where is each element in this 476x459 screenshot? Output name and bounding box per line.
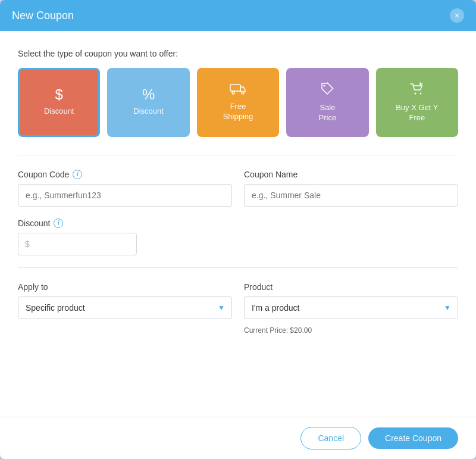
percent-icon: % (142, 88, 155, 102)
close-button[interactable]: × (450, 8, 464, 23)
modal-title: New Coupon (12, 10, 74, 22)
form-row-2: Discount i $ (18, 218, 458, 255)
coupon-name-label: Coupon Name (244, 170, 458, 179)
apply-to-group: Apply to Specific product All products C… (18, 282, 232, 335)
coupon-type-buy[interactable]: Buy X Get YFree (376, 68, 458, 137)
modal-header: New Coupon × (0, 0, 476, 31)
coupon-type-selector: $ Discount % Discount FreeShipping (18, 68, 458, 137)
modal-footer: Cancel Create Coupon (0, 417, 476, 459)
coupon-type-sale[interactable]: SalePrice (286, 68, 368, 137)
section-label: Select the type of coupon you want to of… (18, 49, 458, 58)
svg-point-3 (324, 85, 325, 87)
sale-icon (320, 82, 334, 98)
coupon-type-sale-label: SalePrice (319, 103, 337, 123)
coupon-type-percent[interactable]: % Discount (107, 68, 189, 137)
svg-point-4 (414, 93, 416, 95)
coupon-code-group: Coupon Code i (18, 170, 232, 207)
discount-input[interactable] (18, 233, 137, 255)
current-price-text: Current Price: $20.00 (244, 326, 458, 335)
discount-label: Discount i (18, 218, 137, 228)
form-row-3: Apply to Specific product All products C… (18, 282, 458, 335)
new-coupon-modal: New Coupon × Select the type of coupon y… (0, 0, 476, 459)
coupon-code-input[interactable] (18, 184, 232, 207)
coupon-type-percent-label: Discount (133, 107, 164, 117)
divider-1 (18, 155, 458, 155)
buy-icon (409, 82, 425, 98)
divider-2 (18, 267, 458, 268)
coupon-code-label: Coupon Code i (18, 170, 232, 179)
product-select-wrap: I'm a product ▼ (244, 296, 458, 319)
coupon-name-group: Coupon Name (244, 170, 458, 207)
product-label: Product (244, 282, 458, 292)
dollar-prefix: $ (25, 239, 30, 249)
svg-point-1 (232, 92, 234, 94)
svg-point-2 (242, 92, 244, 94)
coupon-name-input[interactable] (244, 184, 458, 207)
coupon-code-info-icon[interactable]: i (73, 170, 82, 179)
product-select[interactable]: I'm a product (244, 296, 458, 319)
product-group: Product I'm a product ▼ Current Price: $… (244, 282, 458, 335)
svg-rect-0 (230, 85, 240, 91)
discount-input-wrap: $ (18, 233, 137, 255)
coupon-type-shipping-label: FreeShipping (223, 102, 253, 122)
apply-to-select[interactable]: Specific product All products Category (18, 296, 232, 319)
apply-to-label: Apply to (18, 282, 232, 292)
svg-point-5 (419, 93, 421, 95)
discount-group: Discount i $ (18, 218, 137, 255)
coupon-type-dollar-label: Discount (44, 107, 74, 117)
form-row-1: Coupon Code i Coupon Name (18, 170, 458, 207)
coupon-type-buy-label: Buy X Get YFree (396, 103, 438, 123)
coupon-type-dollar[interactable]: $ Discount (18, 68, 100, 137)
shipping-icon (230, 83, 246, 97)
dollar-icon: $ (55, 88, 63, 102)
create-coupon-button[interactable]: Create Coupon (368, 427, 458, 449)
cancel-button[interactable]: Cancel (300, 427, 361, 449)
discount-info-icon[interactable]: i (54, 218, 63, 228)
apply-to-select-wrap: Specific product All products Category ▼ (18, 296, 232, 319)
coupon-type-shipping[interactable]: FreeShipping (197, 68, 279, 137)
modal-body: Select the type of coupon you want to of… (0, 31, 476, 417)
